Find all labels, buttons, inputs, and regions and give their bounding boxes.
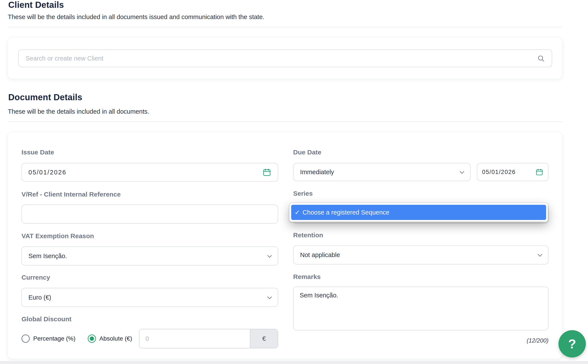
calendar-icon[interactable] <box>535 168 543 176</box>
currency-suffix: € <box>250 329 278 348</box>
retention-label: Retention <box>293 231 323 239</box>
remarks-label: Remarks <box>293 273 321 280</box>
radio-percentage[interactable]: Percentage (%) <box>21 334 76 343</box>
chevron-down-icon <box>538 252 542 257</box>
issue-date-label: Issue Date <box>21 149 54 156</box>
due-date-value: 05/01/2026 <box>482 169 516 176</box>
issue-date-value: 05/01/2026 <box>28 169 67 176</box>
currency-select[interactable]: Euro (€) <box>21 288 278 307</box>
discount-amount-group: € <box>139 329 278 348</box>
remarks-char-count: (12/200) <box>293 337 548 344</box>
radio-percentage-label: Percentage (%) <box>33 335 76 342</box>
checkmark-icon: ✓ <box>295 209 300 216</box>
radio-absolute-label: Absolute (€) <box>100 335 132 342</box>
chevron-down-icon <box>267 295 272 299</box>
vat-exemption-select[interactable]: Sem Isenção. <box>21 247 278 266</box>
discount-amount-input[interactable] <box>139 329 250 348</box>
help-button[interactable]: ? <box>558 330 586 358</box>
vat-exemption-value: Sem Isenção. <box>28 253 67 260</box>
due-date-input[interactable]: 05/01/2026 <box>477 163 548 181</box>
calendar-icon[interactable] <box>262 168 271 176</box>
due-date-terms-value: Immediately <box>300 169 334 176</box>
document-details-title: Document Details <box>8 92 82 102</box>
divider <box>8 122 562 122</box>
vat-exemption-label: VAT Exemption Reason <box>21 232 94 240</box>
radio-checked-icon[interactable] <box>88 334 96 343</box>
series-option-choose-sequence[interactable]: ✓ Choose a registered Sequence <box>291 205 546 220</box>
currency-label: Currency <box>21 274 50 281</box>
radio-absolute[interactable]: Absolute (€) <box>88 334 132 343</box>
series-label: Series <box>293 190 313 197</box>
page-bottom-strip <box>0 361 588 364</box>
client-details-subtitle: These will be the details included in al… <box>8 13 264 21</box>
client-search-card <box>8 37 562 79</box>
global-discount-row: Percentage (%) Absolute (€) € <box>21 329 278 349</box>
retention-value: Not applicable <box>300 251 340 259</box>
series-option-label: Choose a registered Sequence <box>302 209 389 216</box>
document-details-subtitle: These will be the details included in al… <box>8 108 149 115</box>
currency-value: Euro (€) <box>28 294 51 301</box>
document-details-card: Issue Date 05/01/2026 Due Date Immediate… <box>8 132 562 359</box>
client-details-title: Client Details <box>8 0 64 10</box>
global-discount-label: Global Discount <box>21 315 71 323</box>
vref-label: V/Ref - Client Internal Reference <box>21 191 121 198</box>
radio-unchecked-icon[interactable] <box>21 334 30 343</box>
remarks-textarea[interactable]: Sem Isenção. <box>293 286 548 330</box>
client-search-input[interactable] <box>26 55 537 62</box>
divider <box>8 27 562 27</box>
chevron-down-icon <box>267 253 272 258</box>
issue-date-input[interactable]: 05/01/2026 <box>21 163 278 182</box>
chevron-down-icon <box>460 169 464 174</box>
due-date-label: Due Date <box>293 149 321 156</box>
vref-input[interactable] <box>21 205 278 224</box>
retention-select[interactable]: Not applicable <box>293 245 548 264</box>
due-date-terms-select[interactable]: Immediately <box>293 163 471 181</box>
search-icon <box>537 54 545 62</box>
series-dropdown-popup: ✓ Choose a registered Sequence <box>289 203 548 222</box>
client-search-box[interactable] <box>18 49 552 67</box>
